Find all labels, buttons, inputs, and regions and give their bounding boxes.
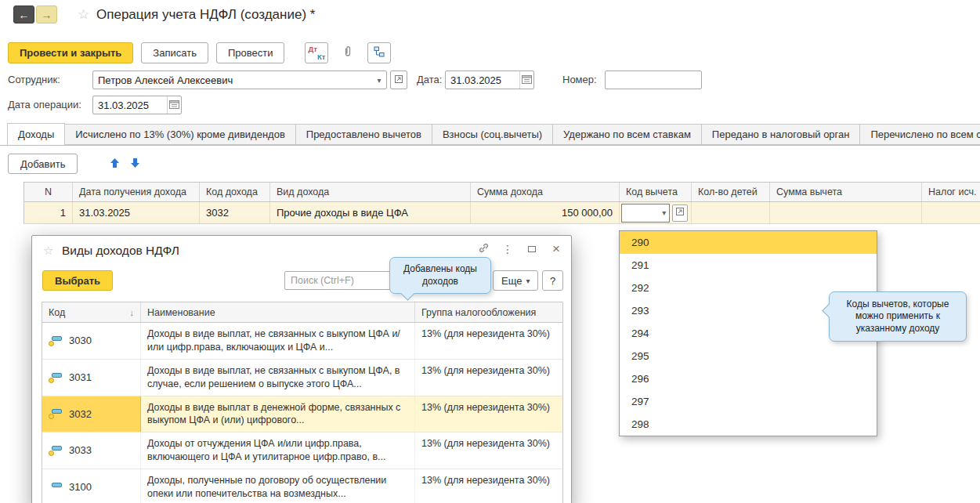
page-title: Операция учета НДФЛ (создание) * [96,7,315,23]
col-header-tax[interactable]: Налог исч. [922,183,980,201]
post-and-close-button[interactable]: Провести и закрыть [8,42,133,63]
calendar-icon [522,74,532,85]
income-tax-group: 13% (для нерезидента 30%) [415,360,562,396]
chevron-down-icon: ▾ [526,277,530,285]
col-header-name[interactable]: Наименование [141,302,415,322]
number-field[interactable] [605,71,702,89]
deduction-code-combo[interactable]: ▾ [621,204,670,223]
callout-text: Добавлены коды доходов [398,263,483,288]
calendar-icon [169,100,179,110]
income-type-row[interactable]: 3031 Доходы в виде выплат, не связанных … [42,360,562,396]
employee-open-button[interactable] [390,71,407,89]
income-table: N Дата получения дохода Код дохода Вид д… [24,182,980,224]
tab-deductions-provided[interactable]: Предоставлено вычетов [295,124,432,145]
more-actions-button[interactable]: Еще ▾ [493,270,538,291]
income-code: 3100 [69,480,92,494]
operation-date-field[interactable] [92,96,182,114]
tab-remitted[interactable]: Перечислено по всем ст [859,124,980,145]
callout-text: Коды вычетов, которые можно применить к … [837,299,958,335]
income-table-row[interactable]: 1 31.03.2025 3032 Прочие доходы в виде Ц… [24,202,980,224]
employee-dropdown-button[interactable]: ▾ [372,71,386,89]
back-button[interactable]: ← [13,5,34,24]
cell-row-number: 1 [24,202,73,223]
income-type-row[interactable]: 3030 Доходы в виде выплат, не связанных … [42,323,562,360]
table-toolbar: Добавить [8,154,145,174]
col-header-income-type[interactable]: Вид дохода [270,183,471,201]
deduction-choose-button[interactable] [672,204,688,222]
forward-arrow-icon: → [42,9,52,20]
income-code-icon [49,372,62,383]
arrow-down-icon [130,157,140,171]
tab-contributions[interactable]: Взносы (соц.вычеты) [432,124,553,145]
maximize-button[interactable] [525,241,539,257]
income-tax-group: 13% (для нерезидента 30%) [415,323,562,359]
income-name: Доходы в виде выплат в денежной форме, с… [141,396,415,432]
tab-calculated-13[interactable]: Исчислено по 13% (30%) кроме дивидендов [64,124,296,145]
date-field[interactable] [445,71,534,89]
employee-input[interactable] [93,71,372,89]
col-header-date-received[interactable]: Дата получения дохода [73,183,200,201]
move-up-button[interactable] [104,154,125,173]
move-down-button[interactable] [125,154,145,173]
save-button[interactable]: Записать [141,42,208,63]
deduction-code-option[interactable]: 297 [620,390,877,413]
col-header-children-count[interactable]: Кол-во детей [692,183,770,201]
select-button[interactable]: Выбрать [42,270,113,291]
col-header-income-code[interactable]: Код дохода [200,183,270,201]
more-actions-label: Еще [501,275,522,287]
close-button[interactable]: × [549,241,563,257]
tab-transferred-to-tax[interactable]: Передано в налоговый орган [701,124,861,145]
income-table-header: N Дата получения дохода Код дохода Вид д… [24,182,980,202]
income-type-row-selected[interactable]: 3032 Доходы в виде выплат в денежной фор… [42,396,562,433]
dialog-favorite-star-icon[interactable]: ☆ [43,244,53,258]
callout-added-codes: Добавлены коды доходов [389,257,491,294]
debit-credit-button[interactable]: Дт Кт [305,42,328,63]
get-link-button[interactable] [476,241,490,257]
cell-date-received: 31.03.2025 [73,202,200,223]
col-header-deduction-code[interactable]: Код вычета [620,183,692,201]
number-input[interactable] [606,71,701,89]
cell-children-count [692,202,770,223]
deduction-code-option[interactable]: 295 [620,345,877,367]
deduction-code-option[interactable]: 291 [620,254,877,277]
forward-button[interactable]: → [36,5,57,24]
col-header-amount[interactable]: Сумма дохода [471,183,620,201]
col-header-deduction-amount[interactable]: Сумма вычета [770,183,922,201]
number-label: Номер: [562,71,597,89]
date-input[interactable] [446,71,519,89]
date-calendar-button[interactable] [519,71,533,89]
chevron-down-icon: ▾ [662,208,666,217]
col-header-tax-group[interactable]: Группа налогообложения [415,302,562,322]
operation-date-calendar-button[interactable] [167,96,181,114]
operation-date-input[interactable] [93,96,167,114]
income-type-row[interactable]: 3033 Доходы от отчуждения ЦФА и/или цифр… [42,432,562,469]
income-code-icon [49,482,62,493]
tab-incomes[interactable]: Доходы [7,123,65,146]
structure-icon [373,45,385,60]
employee-field[interactable]: ▾ [92,71,387,89]
open-icon [675,207,685,219]
deduction-code-option[interactable]: 298 [620,413,877,436]
arrow-up-icon [110,157,120,171]
deduction-code-input[interactable] [622,204,660,222]
add-row-button[interactable]: Добавить [8,154,78,174]
credit-label: Кт [317,52,325,61]
code-header-label: Код [49,307,65,318]
dialog-header-buttons: ⋮ × [476,241,563,257]
deduction-code-option[interactable]: 296 [620,367,877,390]
related-documents-button[interactable] [367,42,391,63]
attachments-button[interactable] [336,42,360,63]
deduction-code-option[interactable]: 290 [620,231,877,254]
col-header-n[interactable]: N [24,183,73,201]
deduction-dropdown-button[interactable]: ▾ [660,204,669,222]
income-type-row[interactable]: 3100 Доходы, полученные по договору об о… [42,469,562,503]
cell-deduction-code: ▾ [620,202,692,223]
more-menu-button[interactable]: ⋮ [501,241,515,257]
cell-income-type: Прочие доходы в виде ЦФА [270,202,471,223]
tab-withheld[interactable]: Удержано по всем ставкам [552,124,702,145]
favorite-star-icon[interactable]: ☆ [78,6,89,23]
post-button[interactable]: Провести [216,42,285,63]
help-button[interactable]: ? [542,270,563,291]
command-bar: Провести и закрыть Записать Провести Дт … [8,42,391,63]
col-header-code[interactable]: Код ↓ [42,302,141,322]
